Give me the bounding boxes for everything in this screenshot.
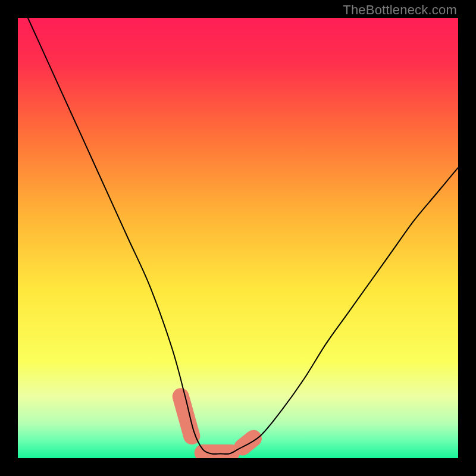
chart-frame: TheBottleneck.com: [0, 0, 476, 476]
bottleneck-curve: [18, 18, 458, 454]
curve-layer: [18, 18, 458, 458]
plot-area: [18, 18, 458, 458]
watermark-text: TheBottleneck.com: [343, 2, 457, 18]
